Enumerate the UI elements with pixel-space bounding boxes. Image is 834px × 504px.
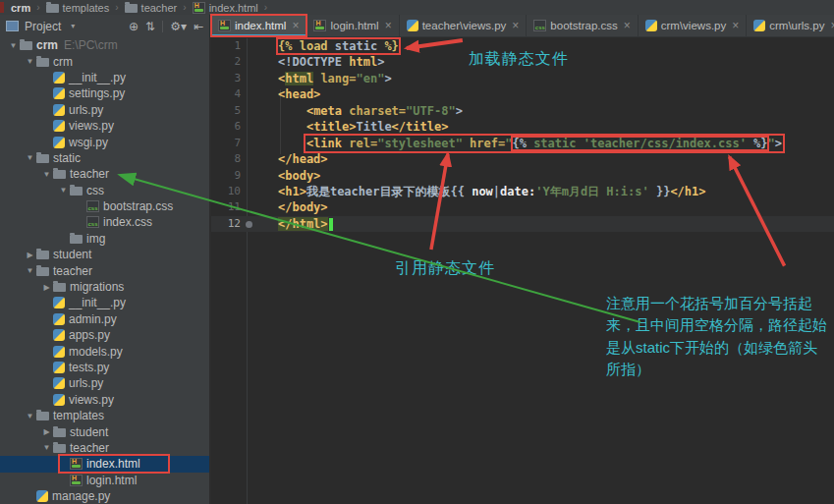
- close-icon[interactable]: ×: [732, 19, 739, 32]
- code-token: %}: [753, 137, 767, 150]
- code-token: >: [775, 137, 782, 150]
- close-icon[interactable]: ×: [624, 19, 631, 32]
- expanded-arrow-icon[interactable]: ▼: [57, 186, 70, 195]
- breadcrumb-item-index.html[interactable]: Hindex.html: [191, 0, 260, 15]
- tree-item-apps.py[interactable]: apps.py: [0, 327, 209, 343]
- expanded-arrow-icon[interactable]: ▼: [24, 412, 36, 420]
- code-line-7[interactable]: 7 <link rel="stylesheet" href="{% static…: [211, 136, 834, 151]
- tree-item-__init__.py[interactable]: __init__.py: [0, 70, 209, 85]
- collapsed-arrow-icon[interactable]: ▶: [40, 427, 53, 436]
- expanded-arrow-icon[interactable]: ▼: [40, 170, 53, 179]
- code-line-1[interactable]: 1{% load static %}: [211, 38, 834, 54]
- tree-item-crm[interactable]: ▼crmE:\PC\crm: [0, 37, 209, 53]
- code-line-5[interactable]: 5 <meta charset="UTF-8">: [211, 103, 834, 119]
- code-line-3[interactable]: 3<html lang="en">: [211, 71, 834, 86]
- html-file-icon: H: [313, 20, 326, 31]
- close-icon[interactable]: ×: [292, 19, 299, 32]
- tree-item-label: crm: [53, 55, 73, 69]
- tree-item-static[interactable]: ▼static: [0, 150, 209, 166]
- tree-item-index.html[interactable]: Hindex.html: [0, 456, 209, 472]
- locate-file-icon[interactable]: ⊕: [129, 20, 139, 33]
- collapsed-arrow-icon[interactable]: ▶: [40, 283, 53, 292]
- code-line-4[interactable]: 4<head>: [211, 86, 834, 102]
- expanded-arrow-icon[interactable]: ▼: [24, 57, 36, 66]
- hide-panel-icon[interactable]: ⇤: [194, 20, 203, 33]
- tab-login.html[interactable]: Hlogin.html×: [306, 15, 399, 36]
- folder-icon: [20, 41, 32, 50]
- expanded-arrow-icon[interactable]: ▼: [24, 153, 36, 162]
- tree-item-admin.py[interactable]: admin.py: [0, 311, 209, 327]
- tree-item-label: static: [53, 151, 81, 165]
- breadcrumb-item-teacher[interactable]: teacher: [123, 0, 180, 15]
- tree-item-teacher[interactable]: ▼teacher: [0, 262, 209, 278]
- panel-title[interactable]: Project: [25, 20, 61, 33]
- collapsed-arrow-icon[interactable]: ▶: [24, 251, 36, 259]
- tree-item-__init__.py[interactable]: __init__.py: [0, 295, 209, 310]
- tree-item-urls.py[interactable]: urls.py: [0, 375, 209, 391]
- tree-item-css[interactable]: ▼css: [0, 183, 209, 198]
- code-line-8[interactable]: 8</head>: [211, 151, 834, 167]
- tab-label: login.html: [330, 20, 378, 31]
- code-line-10[interactable]: 10<h1>我是teacher目录下的模板{{ now|date:'Y年m月d日…: [211, 184, 834, 199]
- tree-item-views.py[interactable]: views.py: [0, 392, 209, 408]
- close-icon[interactable]: ×: [512, 19, 519, 32]
- collapse-all-icon[interactable]: ⇅: [145, 20, 155, 33]
- tree-item-login.html[interactable]: Hlogin.html: [0, 473, 209, 488]
- code-line-11[interactable]: 11</body>: [211, 199, 834, 215]
- code-token: [278, 120, 306, 134]
- code-token: charset=: [349, 104, 406, 118]
- folder-icon: [36, 154, 49, 163]
- close-icon[interactable]: ×: [830, 19, 834, 32]
- code-line-6[interactable]: 6 <title>Title</title>: [211, 119, 834, 135]
- code-line-12[interactable]: 12</html>: [211, 216, 834, 232]
- expanded-arrow-icon[interactable]: ▼: [7, 41, 20, 50]
- tree-item-views.py[interactable]: views.py: [0, 118, 209, 134]
- python-file-icon: [53, 120, 65, 132]
- tab-crm\urls.py[interactable]: crm\urls.py×: [747, 15, 834, 36]
- tree-item-img[interactable]: img: [0, 231, 209, 247]
- chevron-down-icon[interactable]: ▾: [71, 22, 75, 30]
- line-number: 6: [211, 119, 241, 135]
- tree-item-crm[interactable]: ▼crm: [0, 53, 209, 69]
- code-line-9[interactable]: 9<body>: [211, 168, 834, 184]
- tree-item-label: student: [53, 248, 91, 261]
- expanded-arrow-icon[interactable]: ▼: [24, 266, 36, 275]
- code-editor[interactable]: 1{% load static %}2<!DOCTYPE html>3<html…: [211, 38, 834, 504]
- line-number: 8: [211, 151, 241, 167]
- code-line-2[interactable]: 2<!DOCTYPE html>: [211, 54, 834, 70]
- code-token: static: [335, 39, 385, 53]
- tree-item-index.css[interactable]: cssindex.css: [0, 214, 209, 230]
- tree-item-urls.py[interactable]: urls.py: [0, 102, 209, 118]
- breadcrumb-item-crm[interactable]: crm: [9, 0, 32, 15]
- tree-item-wsgi.py[interactable]: wsgi.py: [0, 134, 209, 149]
- tab-index.html[interactable]: Hindex.html×: [211, 15, 306, 36]
- tab-teacher\views.py[interactable]: teacher\views.py×: [400, 15, 528, 36]
- settings-gear-icon[interactable]: ⚙▾: [170, 20, 187, 33]
- window-icon-fragment: [0, 2, 4, 13]
- tree-item-label: index.html: [86, 457, 140, 471]
- tab-crm\views.py[interactable]: crm\views.py×: [639, 15, 747, 36]
- expanded-arrow-icon[interactable]: ▼: [40, 443, 53, 452]
- tree-item-manage.py[interactable]: manage.py: [0, 488, 209, 504]
- tree-item-teacher[interactable]: ▼teacher: [0, 166, 209, 182]
- close-icon[interactable]: ×: [385, 19, 392, 32]
- code-token: <title>: [306, 120, 357, 134]
- tree-item-migrations[interactable]: ▶migrations: [0, 279, 209, 295]
- tree-item-bootstrap.css[interactable]: cssbootstrap.css: [0, 198, 209, 214]
- code-text: </body>: [278, 199, 328, 215]
- folder-icon: [53, 283, 66, 292]
- tree-item-student[interactable]: ▶student: [0, 423, 209, 439]
- breadcrumb-item-templates[interactable]: templates: [44, 0, 112, 15]
- tree-item-student[interactable]: ▶student: [0, 247, 209, 262]
- tree-item-models.py[interactable]: models.py: [0, 343, 209, 359]
- tree-item-settings.py[interactable]: settings.py: [0, 85, 209, 101]
- tab-bootstrap.css[interactable]: cssbootstrap.css×: [527, 15, 638, 36]
- folder-icon: [53, 170, 66, 179]
- folder-icon: [46, 4, 59, 13]
- html-icon-letter: H: [72, 458, 77, 465]
- tree-item-tests.py[interactable]: tests.py: [0, 360, 209, 375]
- tree-item-templates[interactable]: ▼templates: [0, 408, 209, 423]
- tree-item-teacher[interactable]: ▼teacher: [0, 440, 209, 456]
- code-token: </h1>: [670, 185, 705, 198]
- breadcrumb-separator: ›: [264, 2, 267, 13]
